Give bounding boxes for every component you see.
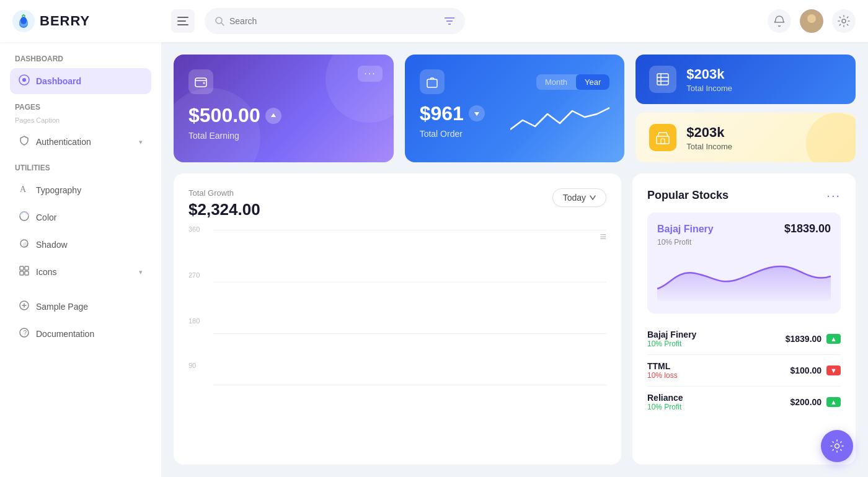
stock-list: Bajaj Finery 10% Profit $1839.00 ▲ TTML … (647, 323, 841, 418)
stock-row-ttml: TTML 10% loss $100.00 ▼ (647, 355, 841, 387)
sidebar-item-authentication[interactable]: Authentication ▾ (10, 129, 151, 155)
documentation-icon: ? (19, 327, 30, 341)
icons-icon (19, 265, 30, 279)
chart-filter-button[interactable]: Today (552, 188, 606, 207)
income-yellow-amount: $203k (686, 125, 732, 141)
authentication-arrow: ▾ (139, 138, 143, 146)
stock-ttml-price: $100.00 (790, 365, 822, 375)
sidebar: Dashboard Dashboard Pages Pages Caption … (0, 42, 161, 477)
svg-point-15 (842, 19, 846, 23)
income-yellow-text: $203k Total Income (686, 125, 732, 151)
stocks-card: Popular Stocks ··· Bajaj Finery $1839.00… (632, 173, 856, 465)
wallet-icon (194, 75, 208, 89)
stock-reliance-badge: ▲ (826, 397, 841, 407)
stock-bajaj-right: $1839.00 ▲ (786, 334, 841, 344)
topnav: BERRY (0, 0, 868, 42)
color-icon (19, 211, 30, 224)
stock-row-bajaj: Bajaj Finery 10% Profit $1839.00 ▲ (647, 323, 841, 355)
filter-icon[interactable] (444, 16, 455, 26)
cards-row: ··· $500.00 Total Earning (174, 55, 856, 162)
stocks-title: Popular Stocks (647, 189, 728, 202)
fab-gear-icon (830, 439, 844, 453)
typography-icon: A (19, 183, 30, 197)
search-bar (205, 8, 465, 34)
menu-button[interactable] (171, 9, 195, 33)
stock-bajaj-badge: ▲ (826, 334, 841, 344)
stock-reliance-name: Reliance (647, 393, 683, 403)
chart-title-block: Total Growth $2,324.00 (188, 188, 260, 219)
bell-icon (773, 15, 786, 27)
icons-label: Icons (36, 267, 56, 277)
fab-button[interactable] (821, 430, 853, 462)
earning-card: ··· $500.00 Total Earning (174, 55, 394, 162)
income-blue-icon (649, 66, 676, 93)
y-label-90: 90 (188, 362, 196, 369)
nav-right (768, 9, 856, 33)
featured-stock-name: Bajaj Finery (657, 224, 714, 235)
stock-ttml-badge: ▼ (826, 365, 841, 375)
income-blue-card: $203k Total Income (636, 55, 856, 104)
svg-rect-22 (20, 266, 24, 270)
settings-button[interactable] (832, 9, 856, 33)
svg-point-21 (23, 242, 28, 247)
order-mini-chart (510, 102, 609, 139)
stock-ttml-profit: 10% loss (647, 371, 678, 380)
earning-more-button[interactable]: ··· (358, 66, 382, 82)
sidebar-item-typography[interactable]: A Typography (10, 177, 151, 203)
svg-point-17 (22, 78, 26, 82)
stock-ttml-name: TTML (647, 361, 678, 371)
stock-row-reliance: Reliance 10% Profit $200.00 ▲ (647, 387, 841, 418)
dashboard-icon (19, 74, 30, 88)
order-toggle-group: Month Year (536, 74, 609, 90)
svg-line-8 (221, 23, 224, 25)
featured-stock-price: $1839.00 (784, 222, 831, 235)
svg-point-3 (20, 17, 27, 24)
layout: Dashboard Dashboard Pages Pages Caption … (0, 42, 868, 477)
gear-icon (838, 15, 850, 27)
sidebar-item-icons[interactable]: Icons ▾ (10, 259, 151, 285)
earning-card-icon (188, 69, 213, 94)
sidebar-item-documentation[interactable]: ? Documentation (10, 321, 151, 347)
svg-rect-29 (195, 78, 206, 87)
svg-rect-23 (25, 266, 29, 270)
stocks-more-button[interactable]: ··· (826, 188, 841, 203)
stock-ttml-right: $100.00 ▼ (790, 365, 841, 375)
svg-point-38 (835, 444, 839, 449)
income-yellow-label: Total Income (686, 142, 732, 151)
chart-area: ≡ 360 270 180 90 (188, 230, 606, 404)
stock-reliance-price: $200.00 (790, 397, 822, 407)
sidebar-item-color[interactable]: Color (10, 204, 151, 230)
featured-stock: Bajaj Finery $1839.00 10% Profit (647, 212, 841, 313)
bag-icon (425, 75, 439, 89)
icons-arrow: ▾ (139, 268, 143, 276)
chart-header: Total Growth $2,324.00 Today (188, 188, 606, 219)
toggle-year[interactable]: Year (576, 74, 609, 90)
sample-page-label: Sample Page (36, 302, 88, 312)
hamburger-icon (177, 17, 188, 25)
sidebar-item-shadow[interactable]: Shadow (10, 232, 151, 258)
chevron-down-icon (590, 195, 596, 200)
svg-rect-5 (177, 20, 186, 22)
notification-button[interactable] (768, 9, 791, 33)
sidebar-item-dashboard[interactable]: Dashboard (10, 68, 151, 94)
chart-title-label: Total Growth (188, 188, 260, 198)
order-trend-badge (469, 105, 485, 121)
dashboard-label: Dashboard (36, 76, 81, 86)
app-name: BERRY (40, 13, 90, 29)
svg-text:A: A (20, 185, 27, 194)
avatar[interactable] (800, 9, 823, 33)
sidebar-item-sample-page[interactable]: Sample Page (10, 294, 151, 320)
order-card: Month Year $961 Total Order (405, 55, 625, 162)
svg-rect-24 (20, 271, 24, 275)
stock-bajaj-profit: 10% Profit (647, 339, 696, 348)
sidebar-section-utilities: Utilities (10, 164, 151, 172)
search-input[interactable] (229, 16, 439, 26)
stock-bajaj-left: Bajaj Finery 10% Profit (647, 330, 696, 348)
shadow-icon (19, 238, 30, 252)
stocks-header: Popular Stocks ··· (647, 188, 841, 203)
toggle-month[interactable]: Month (536, 74, 576, 90)
logo: BERRY (12, 10, 161, 32)
order-card-bottom: $961 Total Order (420, 102, 610, 139)
svg-rect-4 (177, 17, 188, 18)
bottom-row: Total Growth $2,324.00 Today ≡ (174, 173, 856, 465)
